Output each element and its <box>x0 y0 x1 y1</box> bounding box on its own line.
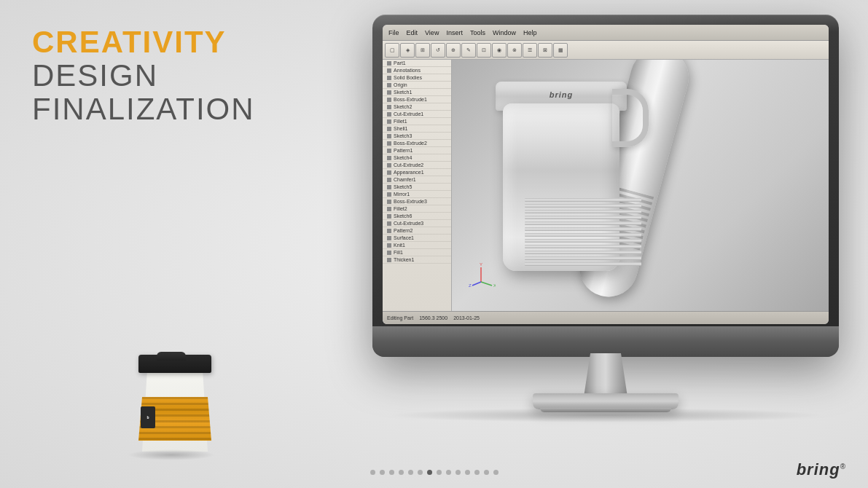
rib-3 <box>525 210 641 213</box>
nav-dot-9[interactable] <box>446 470 451 475</box>
rib-4 <box>525 216 641 219</box>
rib-6 <box>525 227 641 231</box>
tree-item-22: Sketch6 <box>383 213 451 220</box>
svg-text:Z: Z <box>469 283 472 288</box>
rib-2 <box>525 204 641 208</box>
cup-spout <box>157 352 186 361</box>
tree-item-27: Fill1 <box>383 249 451 256</box>
tree-item-12: Boss-Extrude2 <box>383 140 451 147</box>
tree-item-3: Solid Bodies <box>383 74 451 82</box>
tree-item-14: Sketch4 <box>383 154 451 162</box>
rib-12 <box>525 262 641 266</box>
tree-item-9: Fillet1 <box>383 118 451 125</box>
cad-menu-view: View <box>422 29 442 36</box>
cad-tool-1: ▢ <box>385 43 399 58</box>
tree-item-19: Mirror1 <box>383 191 451 198</box>
nav-dot-1[interactable] <box>370 470 375 475</box>
tumbler-body <box>503 103 619 271</box>
nav-dot-3[interactable] <box>389 470 394 475</box>
monitor-chin <box>372 326 839 357</box>
nav-dot-13[interactable] <box>484 470 489 475</box>
tumbler-handle <box>612 89 649 147</box>
tree-item-13: Pattern1 <box>383 147 451 154</box>
rib-11 <box>525 256 641 260</box>
nav-dot-10[interactable] <box>455 470 461 475</box>
bring-logo-on-lid: bring <box>550 90 574 99</box>
headline-design: DESIGN <box>32 59 255 93</box>
cad-statusbar: Editing Part 1560.3 2500 2013-01-25 <box>383 311 829 324</box>
cad-tool-4: ↺ <box>431 43 445 58</box>
nav-dot-14[interactable] <box>493 470 498 475</box>
tree-item-21: Fillet2 <box>383 205 451 213</box>
monitor-shadow <box>387 408 824 422</box>
nav-dot-8[interactable] <box>437 470 442 475</box>
monitor-bezel: File Edit View Insert Tools Window Help … <box>372 15 839 357</box>
cad-menu-file: File <box>386 29 402 36</box>
headline-block: CREATIVITY DESIGN FINALIZATION <box>32 25 255 127</box>
cad-status-date: 2013-01-25 <box>453 315 480 320</box>
nav-dot-12[interactable] <box>474 470 480 475</box>
tree-item-18: Sketch5 <box>383 184 451 191</box>
tree-item-11: Sketch3 <box>383 133 451 140</box>
cad-menu-edit: Edit <box>404 29 421 36</box>
cad-tool-9: ⊗ <box>507 43 522 58</box>
cad-menubar: File Edit View Insert Tools Window Help <box>383 25 829 41</box>
tumbler-ribs <box>525 198 641 271</box>
cad-menu-insert: Insert <box>443 29 466 36</box>
tree-item-17: Chamfer1 <box>383 176 451 184</box>
monitor-screen: File Edit View Insert Tools Window Help … <box>383 25 829 324</box>
tree-item-16: Appearance1 <box>383 169 451 176</box>
nav-dot-4[interactable] <box>399 470 404 475</box>
cad-tool-7: ⊡ <box>477 43 491 58</box>
monitor-stand-base <box>533 393 679 409</box>
cad-tool-8: ◉ <box>492 43 507 58</box>
bring-logo-footer: bring® <box>797 460 846 479</box>
cad-tool-5: ⊕ <box>446 43 461 58</box>
tree-item-4: Origin <box>383 82 451 89</box>
cad-feature-tree: Part1 Annotations Solid Bodies Origin Sk… <box>383 60 452 311</box>
cad-tool-2: ◈ <box>400 43 415 58</box>
cad-toolbar: ▢ ◈ ⊞ ↺ ⊕ ✎ ⊡ ◉ ⊗ ☰ ⊠ ▦ <box>383 41 829 60</box>
sleeve-rib-7 <box>138 432 211 434</box>
svg-line-1 <box>481 282 492 286</box>
cad-tumbler-3d: bring <box>481 74 641 278</box>
cad-tool-3: ⊞ <box>415 43 430 58</box>
rib-5 <box>525 221 641 225</box>
apple-logo-icon <box>598 331 613 347</box>
svg-line-2 <box>472 282 481 286</box>
nav-dot-6[interactable] <box>418 470 423 475</box>
svg-text:Y: Y <box>480 262 482 267</box>
tree-item-28: Thicken1 <box>383 256 451 264</box>
cad-menu-tools: Tools <box>467 29 488 36</box>
tree-item-1: Part1 <box>383 60 451 67</box>
tree-item-23: Cut-Extrude3 <box>383 220 451 227</box>
cad-tool-12: ▦ <box>553 43 568 58</box>
cad-viewport: bring <box>452 60 829 311</box>
imac-monitor: File Edit View Insert Tools Window Help … <box>329 15 868 444</box>
tree-item-15: Cut-Extrude2 <box>383 162 451 169</box>
cad-tool-10: ☰ <box>523 43 537 58</box>
tree-item-26: Knit1 <box>383 242 451 249</box>
monitor-stand-neck <box>584 353 627 397</box>
sleeve-rib-1 <box>138 397 211 399</box>
sleeve-rib-8 <box>138 438 211 440</box>
tree-item-2: Annotations <box>383 67 451 74</box>
cup-badge: b <box>141 406 155 428</box>
cad-menu-window: Window <box>490 29 519 36</box>
tree-item-6: Boss-Extrude1 <box>383 96 451 103</box>
bring-logo-text: bring <box>797 460 840 479</box>
nav-dot-11[interactable] <box>465 470 470 475</box>
cad-status-editing: Editing Part <box>387 315 413 320</box>
cad-interface: File Edit View Insert Tools Window Help … <box>383 25 829 324</box>
axis-indicator: Y X Z <box>466 260 496 289</box>
tree-item-25: Surface1 <box>383 235 451 242</box>
headline-creativity: CREATIVITY <box>32 25 255 59</box>
headline-finalization: FINALIZATION <box>32 93 255 126</box>
coffee-cup: b <box>135 335 215 452</box>
nav-dot-2[interactable] <box>380 470 385 475</box>
nav-dot-5[interactable] <box>408 470 413 475</box>
cad-tool-11: ⊠ <box>538 43 552 58</box>
nav-dot-7-active[interactable] <box>427 470 432 475</box>
tree-item-20: Boss-Extrude3 <box>383 198 451 205</box>
tree-item-7: Sketch2 <box>383 103 451 111</box>
